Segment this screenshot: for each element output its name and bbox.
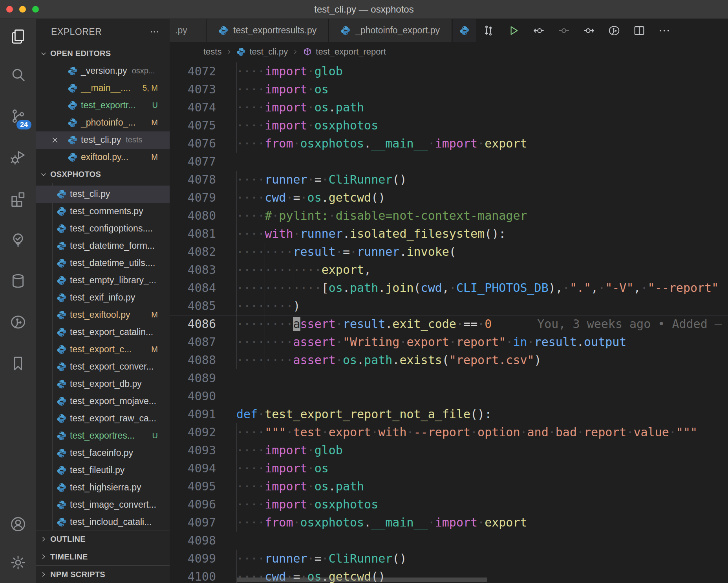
- tab-_photoinfo_export.py[interactable]: _photoinfo_export.py: [329, 19, 452, 42]
- line-number[interactable]: 4096: [170, 496, 216, 514]
- code-line[interactable]: 4073····import·os: [170, 80, 728, 98]
- activity-run-and-debug-button[interactable]: [0, 137, 36, 178]
- tree-item[interactable]: test_exportres...U: [36, 427, 170, 445]
- code-line[interactable]: 4081····with·runner.isolated_filesystem(…: [170, 225, 728, 243]
- code-line[interactable]: 4094····import·os: [170, 459, 728, 477]
- line-number[interactable]: 4098: [170, 532, 216, 550]
- open-editor-item[interactable]: _version.pyosxp...: [36, 62, 170, 80]
- code-line[interactable]: 4079····cwd·=·os.getcwd(): [170, 189, 728, 207]
- line-number[interactable]: 4094: [170, 459, 216, 477]
- code-line[interactable]: 4090: [170, 387, 728, 405]
- code-line[interactable]: 4078····runner·=·CliRunner(): [170, 171, 728, 189]
- section-project-osxphotos[interactable]: OSXPHOTOS: [36, 166, 170, 183]
- code-line[interactable]: 4083············export,: [170, 261, 728, 279]
- line-number[interactable]: 4091: [170, 405, 216, 423]
- tree-item[interactable]: test_export_mojave...: [36, 393, 170, 410]
- section-timeline[interactable]: TIMELINE: [36, 548, 170, 565]
- code-line[interactable]: 4082········result·=·runner.invoke(: [170, 243, 728, 261]
- next-change-icon[interactable]: [582, 24, 596, 37]
- tree-item[interactable]: test_incloud_catali...: [36, 514, 170, 530]
- code-line[interactable]: 4093····import·glob: [170, 441, 728, 459]
- code-line[interactable]: 4098: [170, 532, 728, 550]
- tree-item[interactable]: test_export_raw_ca...: [36, 410, 170, 427]
- tree-item[interactable]: test_cli.py: [36, 186, 170, 203]
- zoom-window-button[interactable]: [32, 6, 39, 13]
- open-changes-icon[interactable]: [482, 24, 495, 37]
- code-line[interactable]: 4091def·test_export_report_not_a_file():: [170, 405, 728, 423]
- code-line[interactable]: 4074····import·os.path: [170, 98, 728, 117]
- line-number[interactable]: 4088: [170, 351, 216, 369]
- line-number[interactable]: 4075: [170, 117, 216, 135]
- tree-item[interactable]: test_export_conver...: [36, 358, 170, 375]
- open-editor-item[interactable]: test_exportr...U: [36, 97, 170, 114]
- close-window-button[interactable]: [6, 6, 13, 13]
- open-editor-item[interactable]: exiftool.py...M: [36, 149, 170, 166]
- code-line[interactable]: 4096····import·osxphotos: [170, 496, 728, 514]
- section-outline[interactable]: OUTLINE: [36, 530, 170, 548]
- line-number[interactable]: 4073: [170, 80, 216, 98]
- code-line[interactable]: 4075····import·osxphotos: [170, 117, 728, 135]
- tree-item[interactable]: test_faceinfo.py: [36, 445, 170, 462]
- open-editor-item[interactable]: __main__....5, M: [36, 80, 170, 97]
- activity-testing-button[interactable]: [0, 219, 36, 260]
- line-number[interactable]: 4086: [170, 315, 216, 333]
- line-number[interactable]: 4079: [170, 189, 216, 207]
- previous-change-icon[interactable]: [532, 24, 545, 37]
- code-line[interactable]: 4089: [170, 369, 728, 387]
- line-number[interactable]: 4085: [170, 297, 216, 315]
- open-editor-item[interactable]: _photoinfo_...M: [36, 114, 170, 131]
- line-number[interactable]: 4099: [170, 550, 216, 568]
- breadcrumb-item[interactable]: tests: [203, 47, 221, 57]
- tab-test_cli.py-partial[interactable]: [453, 19, 476, 42]
- tree-item[interactable]: test_export_c...M: [36, 341, 170, 358]
- tree-item[interactable]: test_exiftool.pyM: [36, 306, 170, 324]
- activity-gitlens-button[interactable]: [0, 301, 36, 343]
- code-line[interactable]: 4099····runner·=·CliRunner(): [170, 550, 728, 568]
- breadcrumb-item[interactable]: test_cli.py: [249, 47, 288, 57]
- code-editor[interactable]: 4072····import·glob4073····import·os4074…: [170, 62, 728, 583]
- activity-search-button[interactable]: [0, 54, 36, 95]
- close-icon[interactable]: [50, 135, 60, 145]
- line-number[interactable]: 4082: [170, 243, 216, 261]
- activity-bookmarks-button[interactable]: [0, 343, 36, 384]
- line-number[interactable]: 4074: [170, 98, 216, 117]
- tree-item[interactable]: test_datetime_utils....: [36, 255, 170, 272]
- line-number[interactable]: 4100: [170, 568, 216, 583]
- code-line[interactable]: 4087········assert·"Writing·export·repor…: [170, 333, 728, 351]
- code-line[interactable]: 4085········): [170, 297, 728, 315]
- code-line[interactable]: 4084············[os.path.join(cwd,·CLI_P…: [170, 279, 728, 297]
- activity-settings-button[interactable]: [0, 542, 36, 583]
- activity-account-button[interactable]: [0, 506, 36, 542]
- line-number[interactable]: 4097: [170, 514, 216, 532]
- code-line[interactable]: 4088········assert·os.path.exists("repor…: [170, 351, 728, 369]
- line-number[interactable]: 4076: [170, 135, 216, 153]
- explorer-more-actions-icon[interactable]: [149, 27, 159, 37]
- activity-database-button[interactable]: [0, 260, 36, 301]
- activity-extensions-button[interactable]: [0, 178, 36, 219]
- section-npm-scripts[interactable]: NPM SCRIPTS: [36, 565, 170, 583]
- line-number[interactable]: 4077: [170, 153, 216, 171]
- code-line[interactable]: 4072····import·glob: [170, 62, 728, 80]
- line-number[interactable]: 4084: [170, 279, 216, 297]
- line-number[interactable]: 4090: [170, 387, 216, 405]
- section-open-editors[interactable]: OPEN EDITORS: [36, 45, 170, 62]
- open-editor-item[interactable]: test_cli.pytests: [36, 131, 170, 149]
- tree-item[interactable]: test_fileutil.py: [36, 462, 170, 479]
- line-number[interactable]: 4081: [170, 225, 216, 243]
- line-number[interactable]: 4072: [170, 62, 216, 80]
- activity-explorer-button[interactable]: [0, 19, 36, 54]
- code-line[interactable]: 4095····import·os.path: [170, 477, 728, 496]
- tree-item[interactable]: test_exif_info.py: [36, 289, 170, 306]
- line-number[interactable]: 4092: [170, 423, 216, 441]
- gitlens-history-icon[interactable]: [607, 24, 621, 37]
- line-number[interactable]: 4080: [170, 207, 216, 225]
- code-line[interactable]: 4097····from·osxphotos.__main__·import·e…: [170, 514, 728, 532]
- line-number[interactable]: 4078: [170, 171, 216, 189]
- split-editor-icon[interactable]: [633, 24, 646, 37]
- code-line[interactable]: 4086········assert·result.exit_code·==·0…: [170, 315, 728, 333]
- tab-.py[interactable]: .py: [170, 19, 207, 42]
- run-python-file-icon[interactable]: [507, 24, 520, 37]
- tree-item[interactable]: test_datetime_form...: [36, 237, 170, 255]
- code-line[interactable]: 4092····"""·test·export·with·--report·op…: [170, 423, 728, 441]
- tree-item[interactable]: test_comments.py: [36, 203, 170, 220]
